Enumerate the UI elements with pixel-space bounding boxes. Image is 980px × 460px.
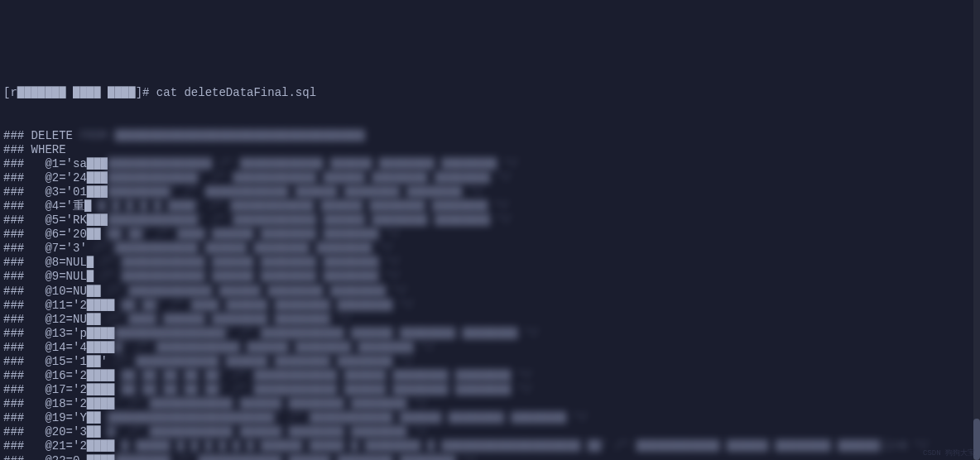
- sql-line: ### @1='sa██████████████████ /* ████████…: [3, 157, 977, 171]
- sql-line: ### @15='1██' /* ████████████ ██████ ███…: [3, 355, 977, 369]
- sql-line: ### @11='2████ ██ ██' /* ████ ██████ ███…: [3, 299, 977, 313]
- sql-line: ### @2='24████████████████' /* █████████…: [3, 171, 977, 185]
- sql-line: ### @6='20██ ██ ██' /* ████ ██████ █████…: [3, 228, 977, 242]
- sql-line: ### @22=0.████████████ /* ████████████ █…: [3, 454, 977, 461]
- sql-line: ### @3='01████████████' /* ████████████ …: [3, 185, 977, 199]
- sql-line: ### @7='3' /* ████████████ ██████ ██████…: [3, 242, 977, 256]
- sql-line: ### @10=NU██ /* ████████████ ██████ ████…: [3, 285, 977, 299]
- scrollbar-track[interactable]: [973, 0, 980, 460]
- sql-line: ### DELETE FROM ████████████████████████…: [3, 129, 977, 143]
- sql-line: ### @17='2████ ██ ██ ██ ██ ██' /* ██████…: [3, 383, 977, 397]
- sql-line: ### @21='2████ █ █████ █ █ █ █ █ █ █████…: [3, 439, 977, 453]
- sql-line: ### @14='4█████' /* ████████████ ██████ …: [3, 341, 977, 355]
- sql-line: ### @8=NUL█ /* ████████████ ██████ █████…: [3, 256, 977, 270]
- watermark: CSDN 狗狗大宝: [923, 449, 975, 458]
- sql-line: ### @4='重█ █ █ █ █ █ ████' /* ██████████…: [3, 199, 977, 213]
- sql-line: ### @5='RK████████████████' /* █████████…: [3, 213, 977, 228]
- sql-line: ### @16='2████ ██ ██ ██ ██ ██' /* ██████…: [3, 369, 977, 383]
- sql-line: ### @13='p████████████████████' /* █████…: [3, 327, 977, 341]
- sql-line: ### @20='3██ █' /* ████████████ ██████ █…: [3, 425, 977, 439]
- sql-content: ### DELETE FROM ████████████████████████…: [3, 129, 977, 460]
- sql-line: ### @19='Y██ ████████████████████████' /…: [3, 411, 977, 425]
- sql-line: ### @9=NUL█ /* ████████████ ██████ █████…: [3, 270, 977, 284]
- prompt-line: [r███████ ████ ████]# cat deleteDataFina…: [3, 86, 977, 100]
- sql-line: ### @18='2████' /* ████████████ ██████ █…: [3, 397, 977, 411]
- sql-line: ### WHERE: [3, 143, 977, 157]
- terminal-output: [r███████ ████ ████]# cat deleteDataFina…: [3, 58, 977, 460]
- sql-line: ### @12=NU██ /* ████ ██████ ████████ ███…: [3, 313, 977, 327]
